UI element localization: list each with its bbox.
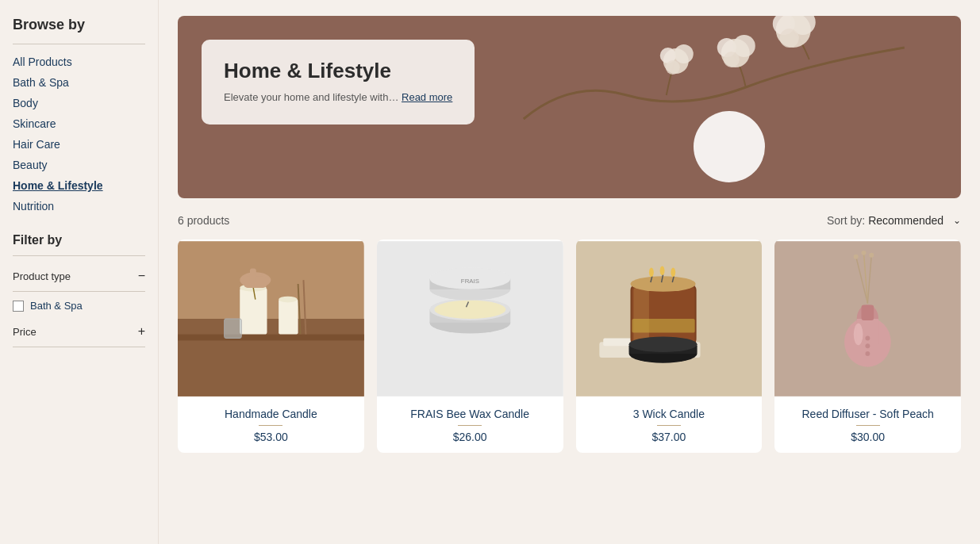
svg-point-32 bbox=[434, 301, 505, 319]
product-type-header: Product type − bbox=[13, 269, 145, 283]
sidebar-nav-item: Home & Lifestyle bbox=[13, 178, 145, 193]
svg-rect-13 bbox=[178, 319, 364, 397]
bath-spa-label[interactable]: Bath & Spa bbox=[30, 300, 83, 312]
svg-point-48 bbox=[648, 267, 653, 277]
nav-list: All ProductsBath & SpaBodySkincareHair C… bbox=[13, 54, 145, 214]
sort-value: Recommended bbox=[868, 214, 943, 227]
products-count: 6 products bbox=[178, 214, 229, 227]
svg-rect-51 bbox=[632, 319, 694, 333]
sidebar-nav-item: Nutrition bbox=[13, 198, 145, 214]
price-divider bbox=[13, 347, 145, 347]
product-image: FRAIS bbox=[377, 239, 563, 398]
svg-point-7 bbox=[724, 52, 740, 67]
price-filter: Price + bbox=[13, 324, 145, 347]
product-name-divider bbox=[856, 425, 880, 426]
sidebar-nav-item: All Products bbox=[13, 54, 145, 70]
svg-point-68 bbox=[866, 343, 870, 348]
product-card[interactable]: FRAIS FRAIS Bee Wax Candle$26.00 bbox=[377, 239, 563, 453]
product-type-divider bbox=[13, 291, 145, 292]
product-price: $30.00 bbox=[786, 431, 950, 443]
hero-title: Home & Lifestyle bbox=[224, 59, 452, 83]
svg-point-50 bbox=[671, 267, 675, 277]
hero-description: Elevate your home and lifestyle with… Re… bbox=[224, 90, 452, 105]
product-name-divider bbox=[259, 425, 282, 426]
product-info: Reed Diffuser - Soft Peach$30.00 bbox=[774, 398, 961, 453]
browse-divider bbox=[13, 44, 145, 44]
products-header: 6 products Sort by: Recommended ⌄ bbox=[178, 214, 961, 227]
main-content: Home & Lifestyle Elevate your home and l… bbox=[159, 0, 980, 544]
svg-text:FRAIS: FRAIS bbox=[461, 278, 479, 285]
svg-point-49 bbox=[659, 266, 664, 275]
browse-by-title: Browse by bbox=[13, 16, 145, 34]
sidebar-item-hair-care[interactable]: Hair Care bbox=[13, 136, 145, 152]
svg-point-21 bbox=[279, 297, 297, 303]
hero-text-card: Home & Lifestyle Elevate your home and l… bbox=[202, 40, 475, 125]
svg-rect-43 bbox=[633, 288, 649, 342]
sidebar-nav-item: Body bbox=[13, 95, 145, 111]
svg-point-69 bbox=[866, 351, 870, 356]
sidebar-item-all-products[interactable]: All Products bbox=[13, 54, 145, 70]
read-more-link[interactable]: Read more bbox=[402, 91, 452, 103]
product-image bbox=[576, 239, 763, 398]
sort-control[interactable]: Sort by: Recommended ⌄ bbox=[827, 214, 961, 227]
product-card[interactable]: Reed Diffuser - Soft Peach$30.00 bbox=[774, 239, 961, 453]
sidebar-item-body[interactable]: Body bbox=[13, 95, 145, 111]
product-price: $37.00 bbox=[587, 431, 751, 443]
product-name: Handmade Candle bbox=[189, 408, 353, 420]
svg-rect-14 bbox=[178, 335, 364, 341]
product-name: Reed Diffuser - Soft Peach bbox=[786, 408, 950, 420]
product-price: $26.00 bbox=[388, 431, 552, 443]
product-image bbox=[178, 239, 364, 398]
filter-by-title: Filter by bbox=[13, 233, 145, 247]
svg-rect-22 bbox=[225, 319, 242, 338]
sidebar-item-nutrition[interactable]: Nutrition bbox=[13, 198, 145, 214]
filter-bath-spa: Bath & Spa bbox=[13, 300, 145, 312]
product-price: $53.00 bbox=[189, 431, 353, 443]
product-card[interactable]: Handmade Candle$53.00 bbox=[178, 239, 364, 453]
product-info: Handmade Candle$53.00 bbox=[178, 398, 364, 453]
product-type-filter: Product type − Bath & Spa bbox=[13, 269, 145, 312]
svg-rect-20 bbox=[279, 300, 298, 335]
svg-point-3 bbox=[780, 29, 799, 48]
svg-point-44 bbox=[630, 276, 695, 292]
products-grid: Handmade Candle$53.00 FRAIS bbox=[178, 239, 961, 453]
svg-point-67 bbox=[866, 336, 870, 341]
sidebar-nav-item: Skincare bbox=[13, 116, 145, 132]
product-card[interactable]: 3 Wick Candle$37.00 bbox=[576, 239, 763, 453]
svg-point-54 bbox=[628, 336, 697, 352]
sidebar-nav-item: Beauty bbox=[13, 157, 145, 173]
svg-point-11 bbox=[666, 60, 680, 75]
sort-label: Sort by: bbox=[827, 214, 865, 227]
svg-rect-59 bbox=[862, 305, 874, 320]
price-filter-header: Price + bbox=[13, 324, 145, 339]
svg-rect-27 bbox=[250, 268, 256, 284]
sidebar-nav-item: Bath & Spa bbox=[13, 75, 145, 90]
hero-banner: Home & Lifestyle Elevate your home and l… bbox=[178, 16, 961, 198]
sidebar-item-bath---spa[interactable]: Bath & Spa bbox=[13, 75, 145, 90]
product-name: FRAIS Bee Wax Candle bbox=[388, 408, 552, 420]
product-image bbox=[774, 239, 961, 398]
sidebar-item-home---lifestyle[interactable]: Home & Lifestyle bbox=[13, 178, 145, 193]
price-expand-icon[interactable]: + bbox=[138, 324, 145, 339]
sidebar: Browse by All ProductsBath & SpaBodySkin… bbox=[0, 0, 159, 544]
sidebar-item-beauty[interactable]: Beauty bbox=[13, 157, 145, 173]
svg-point-66 bbox=[870, 253, 874, 258]
svg-point-64 bbox=[854, 255, 859, 259]
product-info: 3 Wick Candle$37.00 bbox=[576, 398, 763, 453]
sidebar-nav-item: Hair Care bbox=[13, 136, 145, 152]
product-name-divider bbox=[458, 425, 482, 426]
product-type-label: Product type bbox=[13, 270, 71, 282]
product-type-toggle-icon[interactable]: − bbox=[138, 269, 145, 283]
price-label: Price bbox=[13, 326, 37, 338]
product-name-divider bbox=[657, 425, 681, 426]
svg-rect-15 bbox=[240, 288, 267, 335]
circle-decoration bbox=[694, 111, 765, 182]
filter-divider bbox=[13, 255, 145, 256]
product-info: FRAIS Bee Wax Candle$26.00 bbox=[377, 398, 563, 453]
svg-point-10 bbox=[674, 44, 694, 63]
svg-point-60 bbox=[854, 324, 863, 345]
sidebar-item-skincare[interactable]: Skincare bbox=[13, 116, 145, 132]
product-name: 3 Wick Candle bbox=[587, 408, 751, 420]
svg-point-65 bbox=[862, 251, 867, 255]
bath-spa-checkbox[interactable] bbox=[13, 301, 24, 312]
